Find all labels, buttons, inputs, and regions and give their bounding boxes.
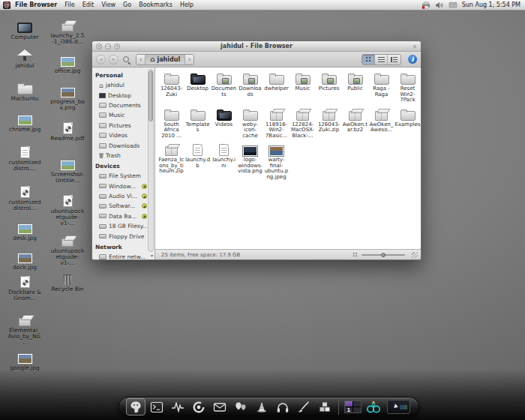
file-item[interactable]: warty-final-ubuntu.png.jpeg	[263, 142, 290, 180]
menu-file[interactable]: File	[64, 2, 74, 8]
headphones-icon[interactable]	[273, 398, 292, 416]
sidebar-item-documents[interactable]: Documents	[95, 100, 147, 110]
window-preview[interactable]	[385, 398, 412, 416]
file-item[interactable]: Faenza_Icons_by_tiheum.zip	[158, 142, 184, 180]
file-item[interactable]: AwOken_Aweso...	[368, 107, 394, 140]
sidebar-item-music[interactable]: Music	[95, 110, 147, 120]
sidebar-item-audio-partition[interactable]: Audio Vi...	[95, 191, 147, 201]
file-item[interactable]: 122824-MacOSX-Black-...	[290, 107, 316, 140]
window-titlebar[interactable]: jahidul - File Browser	[92, 41, 421, 52]
desktop-icon-launchy-deb[interactable]: launchy_2.5-1_i386.d...	[50, 18, 85, 45]
icon-view-button[interactable]	[362, 55, 375, 64]
file-item[interactable]: Downloads	[237, 71, 263, 104]
file-item[interactable]: 126043-Zuki.zip	[316, 107, 342, 140]
printer-icon[interactable]	[422, 2, 430, 9]
back-button[interactable]	[96, 55, 106, 64]
menu-view[interactable]: View	[101, 2, 116, 8]
file-item[interactable]: Public	[342, 71, 368, 104]
scrollbar-thumb[interactable]	[148, 70, 153, 122]
desktop-icon-google-jpg[interactable]: google.jpg	[8, 350, 42, 371]
workspace-cell-active[interactable]	[345, 401, 352, 406]
desktop-icon-progress-box-png[interactable]: progress_box.png	[50, 84, 85, 111]
volume-icon[interactable]	[435, 2, 444, 9]
workspace-cell[interactable]	[353, 401, 361, 406]
file-item[interactable]: South Africa 2010 ...	[158, 107, 184, 140]
desktop-icon-computer[interactable]: Computer	[8, 20, 42, 40]
search-icon[interactable]	[122, 55, 131, 64]
sidebar-scrollbar[interactable]	[148, 69, 154, 252]
file-item[interactable]: Music	[290, 71, 316, 104]
eject-icon[interactable]	[142, 194, 147, 199]
workspace-pager[interactable]: 1	[343, 398, 362, 416]
sidebar-item-jahidul[interactable]: jahidul	[95, 80, 147, 90]
gimp-icon[interactable]	[126, 398, 146, 416]
sidebar-item-pictures[interactable]: Pictures	[95, 121, 147, 130]
eject-icon[interactable]	[142, 184, 147, 189]
desktop-icon-ubuntupocketguide-pdf[interactable]: ubuntupocketguide-v1-...	[50, 194, 85, 226]
breadcrumb-right-arrow[interactable]: ›	[184, 55, 194, 64]
file-item[interactable]: launchy.ini	[211, 142, 237, 180]
desktop-icon-screenshot[interactable]: Screenshot-Untitle...	[50, 157, 85, 184]
desktop-icon-readme-pdf[interactable]: Readme.pdf	[50, 121, 85, 142]
sidebar-item-desktop[interactable]: Desktop	[95, 90, 147, 100]
sidebar-item-software-partition[interactable]: Softwar...	[95, 201, 147, 211]
file-item[interactable]: launchy.db	[184, 142, 211, 180]
desktop-icon-customized-distro-doc[interactable]: customized distro....	[8, 145, 42, 172]
sidebar-item-window-partition[interactable]: Window...	[95, 182, 147, 191]
balloons-icon[interactable]	[231, 398, 250, 416]
desktop-icon-desk-jpg[interactable]: desk.jpg	[8, 220, 42, 242]
desktop-icon-chrome-jpg[interactable]: chrome.jpg	[8, 112, 42, 133]
distro-logo-icon[interactable]: @	[3, 2, 10, 9]
desktop-icon-ubuntupocketguide-package[interactable]: ubuntupocketguide-v1-...	[50, 233, 85, 266]
menu-help[interactable]: Help	[180, 2, 194, 8]
paintbrush-icon[interactable]	[294, 398, 314, 416]
file-item[interactable]: AwOken.tar.bz2	[342, 107, 368, 140]
desktop-icon-office-jpg[interactable]: office.jpg	[50, 53, 85, 74]
sidebar-item-videos[interactable]: Videos	[95, 130, 147, 140]
sidebar-item-18gb-filesystem[interactable]: 18 GB Filesy...	[95, 221, 147, 231]
firefox-icon[interactable]	[189, 398, 208, 416]
pager-grid[interactable]: 1	[344, 400, 362, 413]
file-item[interactable]: 118916-Win2-7Basic...	[263, 107, 290, 140]
sidebar-item-entire-network[interactable]: Entire netw...	[95, 252, 147, 260]
clock[interactable]: Sun Aug 1, 5:54 PM	[462, 2, 520, 8]
sidebar-item-data-partition[interactable]: Data Ba...	[95, 212, 147, 221]
breadcrumb-left-arrow[interactable]: ‹	[136, 55, 146, 64]
file-item[interactable]: Templates	[184, 107, 211, 140]
info-button[interactable]: i	[408, 55, 417, 64]
terminal-icon[interactable]	[147, 398, 166, 416]
menu-edit[interactable]: Edit	[82, 2, 94, 8]
packages-icon[interactable]	[315, 398, 334, 416]
file-item[interactable]: 126043-Zuki	[158, 71, 184, 104]
workspace-cell[interactable]	[353, 407, 361, 412]
file-item[interactable]: Desktop	[184, 71, 211, 104]
desktop-icon-dockbarx-pdf[interactable]: Dockbarx & Gnom...	[8, 274, 42, 302]
eject-icon[interactable]	[142, 214, 147, 219]
file-item[interactable]: logo-windows-vista.png	[237, 142, 263, 180]
breadcrumb-home-button[interactable]: jahidul	[146, 55, 184, 64]
file-item[interactable]: Raga - Raga	[368, 71, 394, 104]
desktop-icon-recycle-bin[interactable]: Recycle Bin	[50, 272, 85, 292]
file-item[interactable]: Videos	[211, 107, 237, 140]
forward-button[interactable]	[109, 55, 118, 64]
sidebar-item-downloads[interactable]: Downloads	[95, 140, 147, 150]
app-menu[interactable]: File Browser	[15, 2, 57, 8]
zoom-grid-icon[interactable]	[352, 252, 358, 257]
file-item[interactable]: Examples	[394, 107, 421, 140]
sidebar-item-file-system[interactable]: File System	[95, 171, 147, 181]
menu-go[interactable]: Go	[123, 2, 131, 8]
file-item[interactable]: Reset Win2-7Pack	[394, 71, 421, 104]
scrollbar-down-arrow[interactable]: ▾	[151, 253, 153, 258]
zoom-slider-thumb[interactable]	[381, 253, 386, 257]
sidebar-item-trash[interactable]: Trash	[95, 151, 147, 160]
sidebar-item-floppy-drive[interactable]: Floppy Drive	[95, 231, 147, 241]
compact-view-button[interactable]	[388, 55, 400, 64]
file-item[interactable]: weby-icon-cache	[237, 107, 263, 140]
mail-icon[interactable]	[210, 398, 230, 416]
menu-bookmarks[interactable]: Bookmarks	[139, 2, 172, 8]
file-item[interactable]: Pictures	[316, 71, 342, 104]
desktop-icon-dock-jpg[interactable]: dock.jpg	[8, 250, 42, 271]
activity-monitor-icon[interactable]	[168, 398, 188, 416]
resize-grip[interactable]	[412, 252, 418, 258]
eject-icon[interactable]	[142, 203, 147, 208]
